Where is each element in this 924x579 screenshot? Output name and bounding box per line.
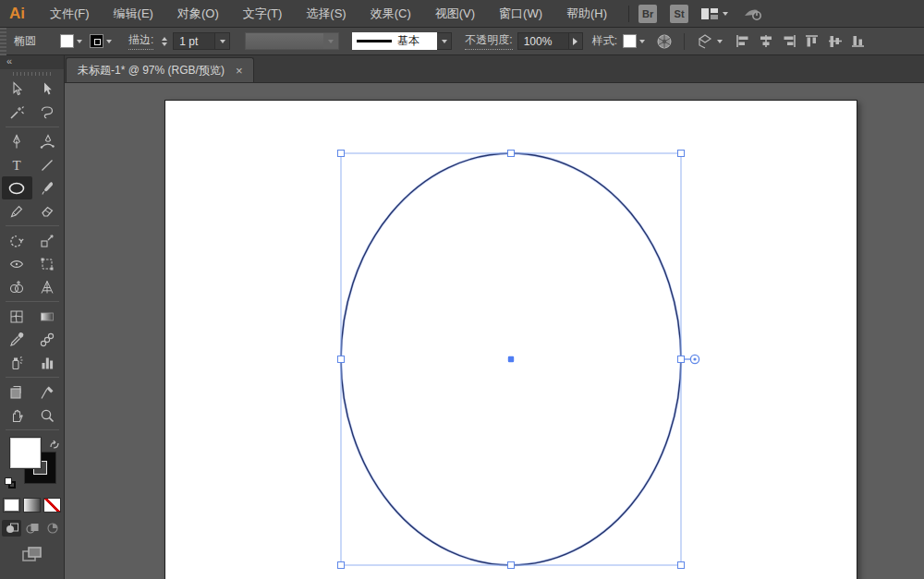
width-tool[interactable]: [2, 252, 32, 275]
scale-tool[interactable]: [32, 229, 63, 252]
transform-panel-button[interactable]: [692, 33, 726, 50]
color-button[interactable]: [3, 498, 20, 513]
control-bar-grip[interactable]: [0, 28, 6, 55]
toolbar-separator: [6, 377, 59, 378]
shape-builder-tool[interactable]: [2, 275, 32, 298]
selection-handle-nw[interactable]: [338, 151, 345, 157]
slice-tool[interactable]: [32, 380, 63, 404]
menu-select[interactable]: 选择(S): [294, 0, 358, 28]
opacity-popup-button[interactable]: [569, 32, 583, 50]
type-tool[interactable]: T: [2, 153, 32, 176]
transform-icon: [696, 33, 714, 50]
align-top-icon[interactable]: [805, 34, 820, 48]
menu-view[interactable]: 视图(V): [423, 0, 487, 28]
menu-edit[interactable]: 编辑(E): [102, 0, 165, 28]
pencil-tool[interactable]: [2, 199, 32, 223]
stroke-weight-stepper[interactable]: [158, 37, 171, 46]
stroke-weight-input[interactable]: 1 pt: [173, 32, 215, 50]
eraser-icon: [39, 203, 55, 220]
selection-handle-s[interactable]: [508, 562, 515, 569]
style-label: 样式:: [592, 33, 617, 49]
close-icon[interactable]: ×: [236, 65, 243, 77]
perspective-grid-tool[interactable]: [32, 275, 63, 298]
fill-proxy[interactable]: [10, 438, 41, 468]
hand-tool[interactable]: [2, 404, 32, 427]
menu-help[interactable]: 帮助(H): [554, 0, 619, 28]
selection-handle-se[interactable]: [678, 562, 685, 569]
lasso-tool[interactable]: [32, 101, 63, 124]
opacity-input[interactable]: 100%: [517, 32, 569, 50]
cs-live-icon[interactable]: [743, 6, 763, 21]
paintbrush-tool[interactable]: [32, 176, 63, 199]
panel-collapse-button[interactable]: «: [0, 55, 64, 69]
toolbar-separator: [6, 301, 59, 302]
menu-type[interactable]: 文字(T): [231, 0, 295, 28]
swap-fill-stroke-icon[interactable]: [49, 437, 60, 453]
line-segment-tool[interactable]: [32, 153, 63, 176]
control-bar-separator: [684, 33, 685, 50]
draw-normal-button[interactable]: [2, 520, 21, 537]
gradient-tool[interactable]: [32, 305, 63, 328]
selection-handle-w[interactable]: [338, 356, 345, 363]
align-horizontal-center-icon[interactable]: [759, 34, 773, 48]
curvature-tool[interactable]: [32, 130, 63, 153]
menu-effect[interactable]: 效果(C): [359, 0, 423, 28]
align-left-icon[interactable]: [736, 34, 750, 48]
direct-selection-arrow-icon: [39, 81, 55, 98]
selection-handle-e[interactable]: [678, 356, 685, 363]
align-bottom-icon[interactable]: [851, 34, 866, 48]
eraser-tool[interactable]: [32, 199, 63, 223]
fill-color-dropdown[interactable]: [60, 34, 82, 48]
style-dropdown[interactable]: [623, 34, 645, 48]
selection-handle-sw[interactable]: [338, 562, 345, 569]
rotate-tool[interactable]: [2, 229, 32, 252]
center-point[interactable]: [508, 356, 514, 362]
magic-wand-tool[interactable]: [2, 101, 32, 124]
stock-icon[interactable]: St: [670, 5, 688, 23]
symbol-sprayer-icon: [8, 355, 25, 371]
eyedropper-tool[interactable]: [2, 328, 32, 351]
artboard[interactable]: [164, 100, 857, 579]
menu-file[interactable]: 文件(F): [38, 0, 102, 28]
blend-tool[interactable]: [32, 328, 63, 351]
draw-inside-button[interactable]: [43, 520, 62, 537]
recolor-artwork-button[interactable]: [652, 33, 676, 50]
draw-behind-button[interactable]: [22, 520, 42, 537]
stroke-color-dropdown[interactable]: [90, 34, 112, 48]
default-fill-stroke-icon[interactable]: [5, 477, 16, 489]
none-button[interactable]: [43, 498, 61, 513]
document-tab[interactable]: 未标题-1* @ 97% (RGB/预览) ×: [66, 57, 254, 82]
chevron-down-icon: [717, 40, 723, 43]
bridge-icon[interactable]: Br: [638, 5, 657, 23]
menu-object[interactable]: 对象(O): [165, 0, 231, 28]
artboard-tool[interactable]: [2, 380, 32, 404]
eyedropper-icon: [8, 332, 25, 348]
ellipse-tool[interactable]: [2, 176, 32, 199]
mesh-tool[interactable]: [2, 305, 32, 328]
canvas[interactable]: [65, 83, 924, 579]
workspace-switcher[interactable]: [701, 7, 728, 20]
svg-text:T: T: [12, 158, 20, 173]
symbol-sprayer-tool[interactable]: [2, 351, 32, 374]
pen-tool[interactable]: [2, 130, 32, 153]
zoom-tool[interactable]: [32, 404, 63, 427]
free-transform-tool[interactable]: [32, 252, 63, 275]
align-vertical-center-icon[interactable]: [828, 34, 843, 48]
stroke-panel-link[interactable]: 描边:: [128, 32, 153, 50]
brush-definition-dropdown[interactable]: 基本: [352, 32, 452, 50]
gradient-button[interactable]: [23, 498, 41, 513]
selection-handle-n[interactable]: [508, 151, 515, 157]
selection-handle-ne[interactable]: [678, 151, 685, 157]
menu-window[interactable]: 窗口(W): [487, 0, 554, 28]
align-right-icon[interactable]: [782, 34, 796, 48]
direct-selection-tool[interactable]: [32, 78, 63, 101]
screen-mode-button[interactable]: [0, 546, 64, 564]
ellipse-icon: [7, 180, 26, 197]
lasso-icon: [39, 104, 55, 121]
column-graph-tool[interactable]: [32, 351, 63, 374]
selection-tool[interactable]: [2, 78, 32, 101]
stroke-weight-dropdown[interactable]: [215, 32, 230, 50]
panel-grip[interactable]: [0, 69, 64, 78]
opacity-panel-link[interactable]: 不透明度:: [465, 32, 512, 50]
shape-builder-icon: [8, 279, 25, 296]
